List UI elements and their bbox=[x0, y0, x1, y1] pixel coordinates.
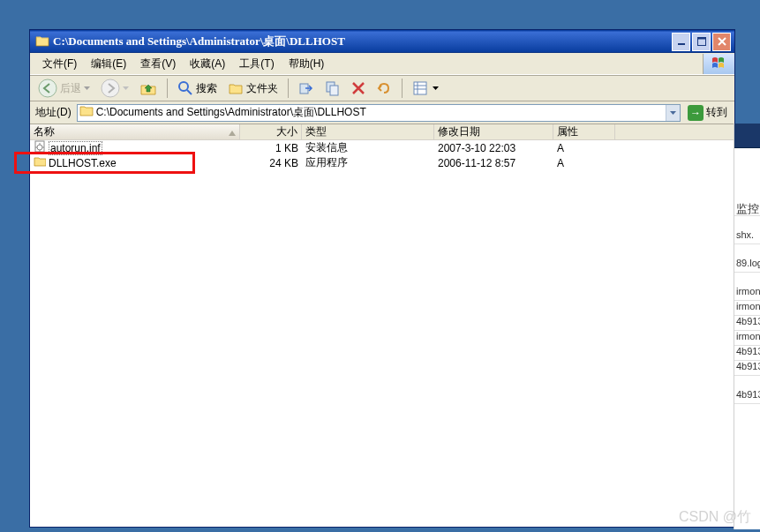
file-type: 应用程序 bbox=[302, 155, 434, 170]
forward-icon bbox=[101, 79, 120, 98]
file-icon bbox=[34, 140, 46, 155]
file-date: 2007-3-10 22:03 bbox=[434, 142, 553, 154]
file-attr: A bbox=[553, 142, 615, 154]
folder-icon bbox=[35, 34, 49, 49]
move-icon bbox=[298, 80, 314, 96]
minimize-button[interactable] bbox=[672, 33, 690, 51]
list-item: 4b913: bbox=[734, 346, 760, 361]
explorer-window: C:\Documents and Settings\Administrator\… bbox=[29, 29, 735, 528]
column-size[interactable]: 大小 bbox=[240, 124, 302, 139]
chevron-down-icon bbox=[123, 86, 129, 90]
file-listview: 名称 大小 类型 修改日期 属性 autorun.inf1 KB安装信息2007… bbox=[30, 124, 734, 527]
list-item: irmon bbox=[734, 286, 760, 301]
file-date: 2006-11-12 8:57 bbox=[434, 157, 553, 169]
views-icon bbox=[412, 80, 430, 96]
file-type: 安装信息 bbox=[302, 140, 434, 155]
sort-asc-icon bbox=[229, 126, 236, 139]
undo-button[interactable] bbox=[372, 79, 396, 98]
separator bbox=[167, 79, 168, 98]
folders-label: 文件夹 bbox=[246, 81, 278, 96]
separator bbox=[402, 79, 403, 98]
menu-tools[interactable]: 工具(T) bbox=[232, 55, 281, 73]
window-title: C:\Documents and Settings\Administrator\… bbox=[53, 34, 672, 49]
delete-button[interactable] bbox=[347, 79, 370, 97]
search-icon bbox=[177, 80, 193, 96]
file-size: 24 KB bbox=[240, 157, 302, 169]
copy-icon bbox=[325, 80, 341, 96]
column-date[interactable]: 修改日期 bbox=[434, 124, 553, 139]
window-buttons bbox=[672, 33, 731, 51]
address-dropdown-button[interactable] bbox=[666, 105, 680, 121]
back-label: 后退 bbox=[60, 81, 81, 96]
right-panel-header bbox=[734, 124, 760, 148]
delete-icon bbox=[351, 81, 365, 95]
chevron-down-icon bbox=[84, 86, 90, 90]
table-row[interactable]: DLLHOST.exe24 KB应用程序2006-11-12 8:57A bbox=[30, 155, 734, 170]
svg-rect-8 bbox=[330, 86, 338, 95]
folder-icon bbox=[79, 104, 94, 121]
file-attr: A bbox=[553, 157, 615, 169]
up-button[interactable] bbox=[135, 78, 162, 99]
undo-icon bbox=[376, 80, 392, 96]
chevron-down-icon bbox=[433, 86, 439, 90]
menubar: 文件(F) 编辑(E) 查看(V) 收藏(A) 工具(T) 帮助(H) bbox=[30, 53, 734, 75]
address-bar: 地址(D) C:\Documents and Settings\Administ… bbox=[30, 101, 734, 124]
svg-point-4 bbox=[102, 79, 119, 97]
svg-rect-2 bbox=[697, 38, 705, 40]
address-combo[interactable]: C:\Documents and Settings\Administrator\… bbox=[77, 104, 681, 122]
column-attr[interactable]: 属性 bbox=[553, 124, 615, 139]
address-path: C:\Documents and Settings\Administrator\… bbox=[96, 105, 366, 120]
search-button[interactable]: 搜索 bbox=[173, 79, 222, 98]
column-name[interactable]: 名称 bbox=[30, 124, 240, 139]
folders-button[interactable]: 文件夹 bbox=[223, 79, 282, 98]
go-label: 转到 bbox=[706, 105, 727, 120]
list-item: irmon bbox=[734, 331, 760, 346]
file-icon bbox=[34, 155, 46, 170]
separator bbox=[288, 79, 289, 98]
column-type[interactable]: 类型 bbox=[302, 124, 434, 139]
list-item: 4b913: bbox=[734, 389, 760, 404]
copy-to-button[interactable] bbox=[320, 79, 345, 98]
back-icon bbox=[38, 79, 57, 98]
menu-help[interactable]: 帮助(H) bbox=[282, 55, 332, 73]
views-button[interactable] bbox=[408, 79, 443, 98]
list-item: irmon bbox=[734, 301, 760, 316]
svg-point-5 bbox=[179, 82, 188, 91]
svg-rect-9 bbox=[414, 82, 426, 94]
menu-favorites[interactable]: 收藏(A) bbox=[183, 55, 232, 73]
maximize-button[interactable] bbox=[692, 33, 711, 51]
go-icon: → bbox=[688, 105, 704, 121]
toolbar: 后退 搜索 文件夹 bbox=[30, 75, 734, 101]
windows-logo-icon bbox=[703, 54, 734, 74]
search-label: 搜索 bbox=[196, 81, 217, 96]
table-row[interactable]: autorun.inf1 KB安装信息2007-3-10 22:03A bbox=[30, 140, 734, 155]
column-filler bbox=[615, 124, 734, 139]
file-name: DLLHOST.exe bbox=[49, 157, 117, 169]
titlebar[interactable]: C:\Documents and Settings\Administrator\… bbox=[30, 30, 734, 53]
menu-edit[interactable]: 编辑(E) bbox=[84, 55, 133, 73]
folders-icon bbox=[228, 80, 244, 96]
address-label: 地址(D) bbox=[34, 105, 73, 120]
listview-body[interactable]: autorun.inf1 KB安装信息2007-3-10 22:03ADLLHO… bbox=[30, 140, 734, 527]
right-panel: 监控 shx.89.logirmonirmon4b913:irmon4b913:… bbox=[734, 124, 760, 529]
file-name: autorun.inf bbox=[49, 141, 102, 155]
menu-view[interactable]: 查看(V) bbox=[133, 55, 183, 73]
list-item: 89.log bbox=[734, 258, 760, 273]
watermark: CSDN @竹 bbox=[679, 508, 751, 527]
desktop: C:\Documents and Settings\Administrator\… bbox=[0, 0, 760, 532]
forward-button[interactable] bbox=[96, 77, 133, 100]
monitor-label: 监控 bbox=[734, 201, 760, 216]
list-item: shx. bbox=[734, 229, 760, 244]
menu-file[interactable]: 文件(F) bbox=[35, 55, 84, 73]
close-button[interactable] bbox=[712, 33, 731, 51]
go-button[interactable]: → 转到 bbox=[684, 103, 731, 123]
file-size: 1 KB bbox=[240, 142, 302, 154]
up-folder-icon bbox=[139, 79, 157, 97]
list-item: 4b913: bbox=[734, 361, 760, 376]
move-to-button[interactable] bbox=[294, 79, 319, 98]
svg-rect-0 bbox=[678, 43, 685, 45]
svg-point-3 bbox=[39, 79, 56, 97]
list-item: 4b913: bbox=[734, 316, 760, 331]
back-button[interactable]: 后退 bbox=[34, 77, 94, 100]
listview-header: 名称 大小 类型 修改日期 属性 bbox=[30, 124, 734, 140]
